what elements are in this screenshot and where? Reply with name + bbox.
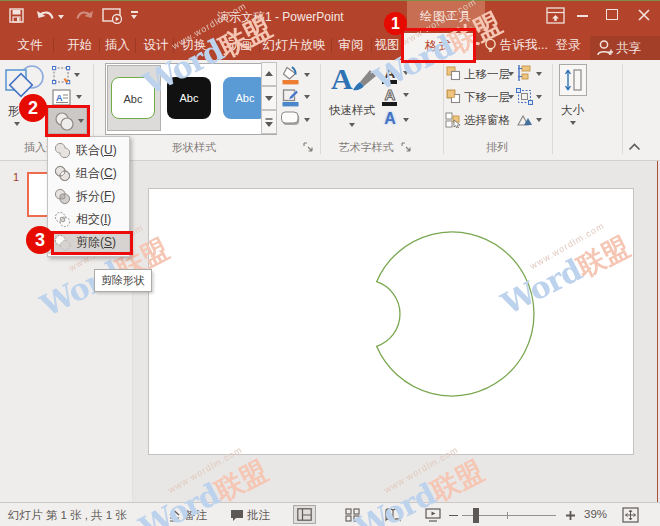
window-title: 演示文稿1 - PowerPoint [217,9,344,26]
text-effects-icon[interactable]: A [382,110,398,126]
window-right-edge [657,161,659,502]
notes-button[interactable]: 备注 [184,508,207,523]
ribbon-display-options-icon[interactable] [546,7,565,24]
status-bar: 幻灯片 第 1 张 , 共 1 张 备注 批注 [0,502,660,526]
quick-styles-caret[interactable] [349,123,355,127]
edit-shape-caret[interactable] [74,73,80,77]
shape-styles-gallery: Abc Abc Abc [105,63,277,135]
zoom-percent[interactable]: 39% [584,508,607,520]
bring-forward-icon [446,66,461,81]
text-effects-caret[interactable] [403,118,409,122]
text-outline-caret[interactable] [403,93,409,97]
union-icon [54,142,71,159]
title-bar: 演示文稿1 - PowerPoint 绘图工具 [0,0,660,31]
slide-counter: 幻灯片 第 1 张 , 共 1 张 [8,508,127,523]
rotate-caret[interactable] [536,118,542,122]
tab-separator [135,38,136,53]
text-outline-icon[interactable]: A [382,86,398,100]
zoom-out-button[interactable] [449,515,458,517]
menu-item-combine[interactable]: 组合(C) [48,162,129,185]
send-backward-icon [446,89,461,104]
tab-transitions[interactable]: 切换 [171,31,217,60]
view-normal-button[interactable] [293,505,316,524]
tab-separator [53,38,54,53]
close-button[interactable] [637,8,651,22]
gallery-scroll-up[interactable] [261,62,277,86]
group-objects-caret[interactable] [536,95,542,99]
view-reading-icon[interactable] [385,508,401,522]
quick-styles-label[interactable]: 快速样式 [329,103,375,118]
view-slideshow-icon[interactable] [425,508,441,522]
zoom-in-button[interactable] [565,510,576,521]
bring-forward-caret[interactable] [508,72,514,76]
notes-icon [168,510,181,522]
subtracted-circle-shape[interactable] [148,188,634,455]
edit-shape-icon[interactable] [52,66,71,85]
shape-fill-caret[interactable] [304,73,310,77]
size-group-button-label[interactable]: 大小 [561,103,584,118]
shape-outline-caret[interactable] [304,95,310,99]
tab-separator [331,38,332,53]
comments-button[interactable]: 批注 [247,508,270,523]
tab-separator [371,38,372,53]
gallery-more-button[interactable] [261,110,277,134]
tab-separator [259,38,260,53]
shape-outline-icon[interactable] [282,88,299,107]
menu-item-union[interactable]: 联合(U) [48,139,129,162]
share-button[interactable]: 共享 [590,36,660,60]
slide-thumbnail-number: 1 [13,171,19,183]
svg-text:A: A [56,93,63,103]
undo-icon[interactable] [36,9,56,23]
view-sorter-icon[interactable] [345,508,360,522]
style-chip-1[interactable]: Abc [111,77,155,119]
tab-slideshow[interactable]: 幻灯片放映 [261,31,327,60]
signin-button[interactable]: 登录 [548,31,588,60]
style-chip-2[interactable]: Abc [167,77,211,119]
tab-animations[interactable]: 动画 [217,31,263,60]
align-icon[interactable] [517,65,532,81]
minimize-button[interactable] [577,15,588,17]
annotation-badge-2: 2 [19,94,47,122]
shape-effects-caret[interactable] [304,118,310,122]
tab-file[interactable]: 文件 [6,31,54,60]
tellme-box[interactable]: 告诉我... [500,31,548,60]
slideshow-icon[interactable] [102,8,125,24]
menu-item-fragment[interactable]: 拆分(F) [48,185,129,208]
menu-item-intersect[interactable]: 相交(I) [48,208,129,231]
shape-effects-icon[interactable] [281,110,300,127]
text-fill-caret[interactable] [403,71,409,75]
size-button[interactable] [559,64,587,96]
contextual-tab-group-drawing-tools: 绘图工具 [407,1,485,31]
selection-pane-button[interactable]: 选择窗格 [464,113,510,128]
save-icon[interactable] [9,8,24,23]
qat-customize-icon[interactable] [131,11,138,13]
collapse-ribbon-chevron-icon[interactable] [628,142,641,151]
gallery-scrollbar [261,63,277,135]
send-backward-caret[interactable] [508,95,514,99]
shapes-caret[interactable] [14,122,20,126]
annotation-box-merge-button [45,105,90,137]
size-caret[interactable] [570,121,576,125]
align-caret[interactable] [536,72,542,76]
qat-customize-caret[interactable] [131,15,137,19]
fit-to-window-icon[interactable] [622,507,639,523]
group-objects-icon[interactable] [516,88,533,105]
textbox-caret[interactable] [76,95,82,99]
bring-forward-button[interactable]: 上移一层 [464,67,510,82]
maximize-button[interactable] [606,9,618,20]
tab-separator [216,38,217,53]
zoom-slider-handle[interactable] [473,508,479,523]
text-fill-bar [382,80,397,84]
text-fill-icon[interactable]: A [382,64,398,78]
tooltip-subtract-shapes: 剪除形状 [94,269,152,292]
powerpoint-window: 演示文稿1 - PowerPoint 绘图工具 文件 开始 插入 设计 切换 动… [0,0,660,526]
rotate-icon[interactable] [517,112,533,127]
undo-dropdown-caret[interactable] [58,15,64,19]
zoom-slider-midtick [507,512,511,519]
shape-fill-icon[interactable] [282,66,299,85]
wordart-dialog-launcher[interactable] [401,142,411,152]
size-icon [564,69,582,91]
shapes-button-label[interactable]: 形 [8,104,20,119]
gallery-scroll-down[interactable] [261,86,277,110]
send-backward-button[interactable]: 下移一层 [464,90,510,105]
